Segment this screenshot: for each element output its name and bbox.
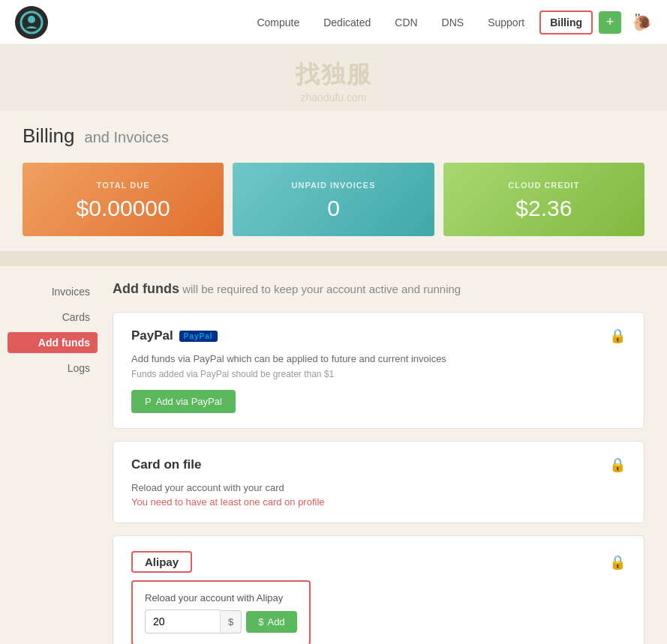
- paypal-btn-label: Add via PayPal: [156, 396, 222, 407]
- paypal-btn-icon: P: [145, 396, 152, 407]
- alipay-dollar-suffix: $: [220, 610, 242, 634]
- paypal-add-button[interactable]: P Add via PayPal: [131, 390, 236, 413]
- add-funds-title: Add funds: [113, 281, 179, 296]
- svg-point-2: [28, 16, 35, 23]
- unpaid-invoices-value: 0: [248, 196, 419, 221]
- paypal-name: PayPal: [131, 328, 173, 343]
- sidebar-item-add-funds[interactable]: Add funds: [8, 332, 98, 353]
- total-due-value: $0.00000: [38, 196, 209, 221]
- alipay-form-label: Reload your account with Alipay: [145, 592, 297, 604]
- alipay-tab[interactable]: Alipay: [131, 551, 192, 573]
- nav-dns[interactable]: DNS: [433, 12, 473, 33]
- page-header: Billing and Invoices: [0, 111, 667, 155]
- nav-cdn[interactable]: CDN: [386, 12, 426, 33]
- cloud-credit-value: $2.36: [458, 196, 629, 221]
- total-due-label: TOTAL DUE: [38, 181, 209, 190]
- paypal-card: PayPal PayPal 🔒 Add funds via PayPal whi…: [113, 312, 644, 429]
- card-on-file-lock-icon: 🔒: [609, 457, 626, 473]
- paypal-header: PayPal PayPal 🔒: [131, 328, 626, 344]
- alipay-form: Reload your account with Alipay $ $ Add: [131, 580, 311, 644]
- watermark-text-main: 找独服: [0, 58, 667, 91]
- paypal-desc: Add funds via PayPal which can be applie…: [131, 353, 626, 364]
- nav-dedicated[interactable]: Dedicated: [314, 12, 380, 33]
- navbar: Compute Dedicated CDN DNS Support Billin…: [0, 0, 667, 45]
- section-divider: [0, 251, 667, 266]
- summary-cards: TOTAL DUE $0.00000 UNPAID INVOICES 0 CLO…: [0, 155, 667, 251]
- billing-title: Billing: [23, 124, 74, 147]
- paypal-lock-icon: 🔒: [609, 328, 626, 344]
- nav-menu: Compute Dedicated CDN DNS Support Billin…: [248, 10, 652, 34]
- alipay-lock-icon: 🔒: [609, 554, 626, 571]
- card-warning-text: You need to have at least one card on pr…: [131, 496, 626, 508]
- paypal-logo-suffix: Pal: [200, 332, 213, 340]
- card-on-file-header: Card on file 🔒: [131, 457, 626, 473]
- sidebar-item-cards[interactable]: Cards: [8, 307, 98, 328]
- add-funds-desc: will be required to keep your account ac…: [182, 283, 461, 295]
- card-on-file-title: Card on file: [131, 457, 202, 472]
- card-on-file-card: Card on file 🔒 Reload your account with …: [113, 441, 644, 523]
- watermark-text-sub: zhaodufu.com: [0, 91, 667, 103]
- alipay-add-button[interactable]: $ Add: [246, 611, 296, 633]
- alipay-input-row: $ $ Add: [145, 610, 297, 634]
- add-button[interactable]: +: [599, 11, 621, 34]
- paypal-note: Funds added via PayPal should be greater…: [131, 369, 626, 379]
- unpaid-invoices-card: UNPAID INVOICES 0: [233, 163, 434, 236]
- paypal-title: PayPal PayPal: [131, 328, 218, 343]
- alipay-header: Alipay 🔒: [131, 551, 626, 573]
- nav-billing[interactable]: Billing: [539, 10, 593, 34]
- paypal-logo: PayPal: [179, 331, 218, 342]
- watermark-bar: 找独服 zhaodufu.com: [0, 45, 667, 111]
- logo-circle: [15, 6, 48, 39]
- sidebar-item-invoices[interactable]: Invoices: [8, 281, 98, 302]
- main-content: Invoices Cards Add funds Logs Add funds …: [0, 266, 667, 644]
- unpaid-invoices-label: UNPAID INVOICES: [248, 181, 419, 190]
- alipay-amount-wrapper: $: [145, 610, 242, 634]
- sidebar-item-logs[interactable]: Logs: [8, 358, 98, 379]
- nav-support[interactable]: Support: [479, 12, 533, 33]
- content-panel: Add funds will be required to keep your …: [105, 266, 667, 644]
- sidebar: Invoices Cards Add funds Logs: [0, 266, 105, 644]
- page-title: Billing and Invoices: [23, 124, 644, 148]
- alipay-add-icon: $: [258, 616, 263, 628]
- total-due-card: TOTAL DUE $0.00000: [23, 163, 224, 236]
- card-reload-text: Reload your account with your card: [131, 482, 626, 493]
- logo[interactable]: [15, 6, 48, 39]
- add-funds-subtitle: Add funds will be required to keep your …: [113, 281, 644, 297]
- cloud-credit-label: CLOUD CREDIT: [458, 181, 629, 190]
- snail-icon: 🐌: [632, 13, 652, 32]
- alipay-amount-input[interactable]: [145, 610, 220, 634]
- alipay-card: Alipay 🔒 Reload your account with Alipay…: [113, 535, 644, 644]
- paypal-logo-text: Pay: [184, 332, 200, 340]
- cloud-credit-card: CLOUD CREDIT $2.36: [443, 163, 644, 236]
- alipay-add-label: Add: [267, 616, 284, 628]
- nav-compute[interactable]: Compute: [248, 12, 308, 33]
- billing-subtitle: and Invoices: [85, 129, 169, 145]
